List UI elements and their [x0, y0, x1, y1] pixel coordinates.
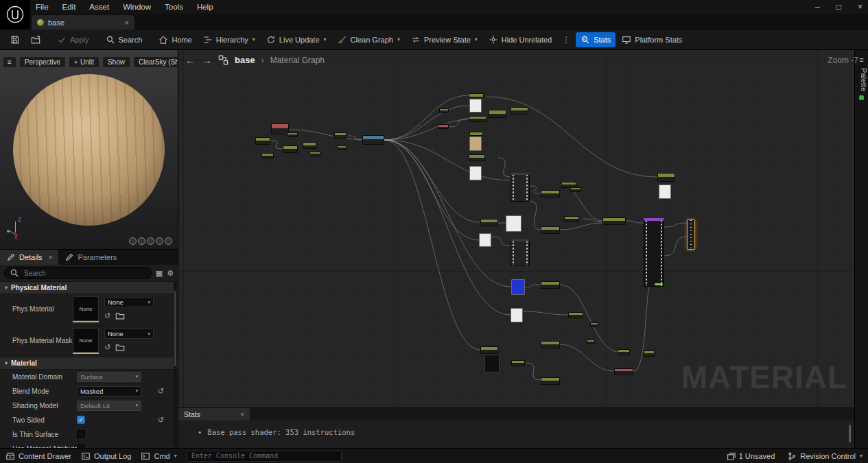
graph-node[interactable]	[541, 190, 560, 198]
graph-node[interactable]	[334, 132, 347, 139]
browse-to-asset-button[interactable]	[26, 32, 45, 47]
hide-unrelated-button[interactable]: Hide Unrelated	[484, 32, 556, 47]
display-filter-icon[interactable]: ▦	[156, 269, 163, 278]
unreal-logo[interactable]	[0, 0, 30, 29]
tab-close-icon[interactable]: ×	[125, 19, 129, 27]
asset-tab-base[interactable]: base ×	[32, 15, 134, 29]
graph-node[interactable]	[283, 145, 298, 153]
preview-shape-cylinder-icon[interactable]	[129, 237, 137, 245]
stats-tab[interactable]: Stats ×	[178, 408, 250, 420]
graph-node[interactable]	[469, 136, 482, 151]
details-scrollbar-thumb[interactable]	[174, 291, 176, 366]
graph-node[interactable]	[644, 351, 655, 357]
revision-control-button[interactable]: Revision Control ▾	[787, 451, 863, 461]
graph-node[interactable]	[590, 322, 598, 327]
reset-to-default-icon[interactable]: ↺	[158, 388, 164, 395]
output-log-button[interactable]: Output Log	[81, 451, 131, 461]
close-button[interactable]: ×	[858, 2, 863, 12]
perspective-button[interactable]: Perspective	[19, 56, 66, 68]
graph-node[interactable]	[568, 312, 583, 318]
hierarchy-button[interactable]: Hierarchy ▾	[198, 32, 260, 47]
tab-details[interactable]: Details ×	[0, 250, 58, 265]
material-preview-sphere[interactable]	[13, 74, 165, 226]
stats-scrollbar-thumb[interactable]	[849, 425, 851, 442]
graph-node[interactable]	[469, 132, 483, 136]
graph-node[interactable]	[479, 233, 491, 247]
graph-node[interactable]	[511, 173, 530, 202]
details-scrollbar[interactable]	[174, 281, 177, 447]
graph-node[interactable]	[602, 217, 626, 225]
console-command-input[interactable]	[187, 451, 342, 462]
preview-shape-sphere-icon[interactable]	[138, 237, 145, 245]
graph-node[interactable]	[644, 218, 664, 287]
is-thin-surface-checkbox[interactable]	[77, 430, 85, 438]
preview-state-button[interactable]: Preview State ▾	[406, 32, 482, 47]
preview-shape-mesh-icon[interactable]	[165, 237, 172, 245]
panel-list-icon[interactable]: ≡	[858, 56, 866, 64]
search-button[interactable]: Search	[101, 32, 148, 47]
details-close-icon[interactable]: ×	[49, 254, 53, 261]
menu-asset[interactable]: Asset	[89, 3, 109, 11]
menu-tools[interactable]: Tools	[165, 3, 183, 11]
details-search-input[interactable]	[23, 269, 146, 278]
graph-node[interactable]	[362, 135, 384, 145]
graph-node[interactable]	[659, 185, 671, 199]
menu-window[interactable]: Window	[123, 3, 151, 11]
use-selected-asset-icon[interactable]: ↺	[104, 312, 110, 320]
phys-material-mask-dropdown[interactable]: None ▾	[104, 329, 154, 339]
graph-node[interactable]	[287, 132, 298, 137]
content-drawer-button[interactable]: Content Drawer	[5, 451, 71, 461]
graph-node[interactable]	[541, 377, 560, 385]
phys-material-mask-thumbnail[interactable]: None	[73, 328, 99, 353]
sky-preset-button[interactable]: ClearSky (Sha	[133, 56, 178, 68]
graph-node[interactable]	[506, 215, 521, 232]
graph-node[interactable]	[657, 173, 675, 182]
browse-asset-icon[interactable]	[115, 342, 125, 352]
palette-tab-label[interactable]: Palette	[855, 68, 868, 91]
menu-file[interactable]: File	[36, 3, 49, 11]
minimize-button[interactable]: –	[815, 2, 820, 12]
restore-button[interactable]: □	[836, 2, 841, 12]
section-physical-material[interactable]: ▾ Physical Material	[0, 282, 178, 294]
graph-node[interactable]	[655, 283, 663, 285]
graph-node[interactable]	[511, 279, 525, 295]
preview-shape-plane-icon[interactable]	[147, 237, 154, 245]
reset-to-default-icon[interactable]: ↺	[158, 416, 164, 424]
nav-back-icon[interactable]: ←	[185, 54, 196, 66]
unlit-button[interactable]: ● Unlit	[69, 56, 99, 68]
menu-help[interactable]: Help	[197, 3, 213, 11]
graph-node[interactable]	[511, 239, 530, 266]
graph-node[interactable]	[337, 145, 347, 150]
graph-node[interactable]	[687, 219, 695, 250]
graph-node[interactable]	[438, 124, 449, 129]
clean-graph-button[interactable]: Clean Graph ▾	[333, 32, 405, 47]
breadcrumb-current[interactable]: Material Graph	[270, 56, 325, 65]
phys-material-thumbnail[interactable]: None	[73, 296, 99, 321]
details-search-box[interactable]	[4, 267, 152, 279]
graph-node[interactable]	[587, 340, 595, 344]
menu-edit[interactable]: Edit	[62, 3, 76, 11]
phys-material-dropdown[interactable]: None ▾	[104, 297, 154, 307]
graph-node[interactable]	[469, 99, 482, 112]
blend-mode-dropdown[interactable]: Masked ▾	[77, 386, 141, 396]
graph-node[interactable]	[469, 154, 485, 161]
graph-node[interactable]	[469, 166, 482, 180]
graph-node[interactable]	[309, 152, 320, 156]
apply-button[interactable]: Apply	[52, 32, 94, 47]
graph-node[interactable]	[541, 341, 560, 348]
cmd-selector[interactable]: Cmd ▾	[141, 451, 176, 461]
graph-node[interactable]	[570, 187, 581, 192]
graph-node[interactable]	[511, 360, 525, 366]
graph-node[interactable]	[511, 308, 523, 322]
settings-gear-icon[interactable]: ⚙	[167, 269, 174, 278]
live-update-button[interactable]: Live Update ▾	[261, 32, 331, 47]
graph-node[interactable]	[303, 142, 316, 149]
nav-forward-icon[interactable]: →	[202, 54, 212, 66]
graph-node[interactable]	[469, 93, 484, 97]
graph-node[interactable]	[614, 368, 633, 375]
graph-node[interactable]	[484, 355, 500, 372]
overflow-menu-icon[interactable]: ⋮	[558, 35, 574, 45]
graph-node[interactable]	[489, 110, 506, 118]
stats-toggle-button[interactable]: Stats	[576, 32, 615, 47]
viewport-menu-button[interactable]: ≡	[3, 56, 16, 68]
